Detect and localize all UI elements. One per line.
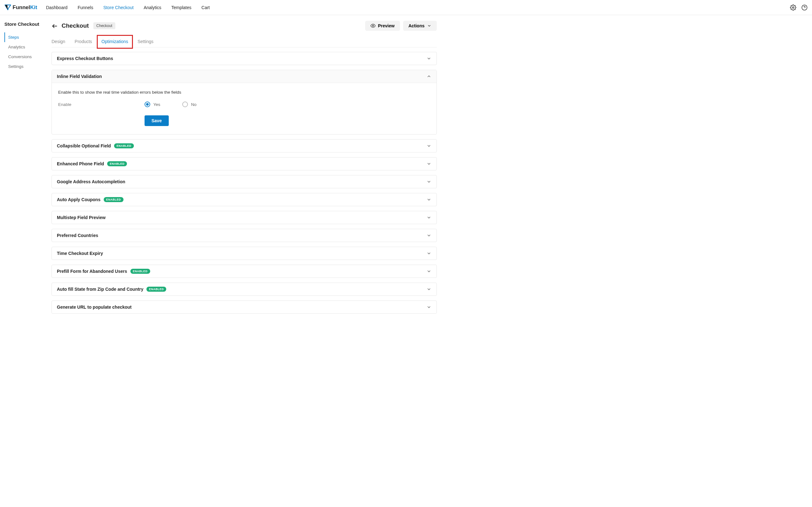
enabled-badge: ENABLED bbox=[130, 269, 150, 274]
accordion-enhanced-phone-field: Enhanced Phone FieldENABLED bbox=[52, 157, 437, 170]
preview-label: Preview bbox=[378, 23, 395, 28]
accordion-title: Inline Field Validation bbox=[57, 74, 102, 79]
accordion-preferred-countries: Preferred Countries bbox=[52, 229, 437, 242]
svg-point-4 bbox=[372, 25, 374, 26]
top-nav: FunnelKit Dashboard Funnels Store Checko… bbox=[0, 0, 812, 15]
enabled-badge: ENABLED bbox=[114, 143, 134, 148]
chevron-down-icon bbox=[427, 23, 431, 28]
tab-settings[interactable]: Settings bbox=[138, 37, 154, 47]
radio-yes-label: Yes bbox=[153, 102, 160, 107]
chevron-down-icon bbox=[426, 143, 431, 148]
topnav-item-funnels[interactable]: Funnels bbox=[78, 5, 93, 10]
accordion-title: Collapsible Optional Field bbox=[57, 143, 111, 148]
accordion-collapsible-optional-field: Collapsible Optional FieldENABLED bbox=[52, 139, 437, 153]
accordion-header[interactable]: Prefill Form for Abandoned UsersENABLED bbox=[52, 265, 436, 278]
accordion-header[interactable]: Preferred Countries bbox=[52, 229, 436, 242]
accordion-prefill-form-for-abandoned-users: Prefill Form for Abandoned UsersENABLED bbox=[52, 265, 437, 278]
accordion-header[interactable]: Multistep Field Preview bbox=[52, 211, 436, 224]
accordion-title: Auto fill State from Zip Code and Countr… bbox=[57, 287, 143, 292]
topnav-item-cart[interactable]: Cart bbox=[201, 5, 209, 10]
topnav-item-store-checkout[interactable]: Store Checkout bbox=[104, 5, 134, 10]
accordion-header[interactable]: Auto Apply CouponsENABLED bbox=[52, 193, 436, 206]
accordion-header[interactable]: Auto fill State from Zip Code and Countr… bbox=[52, 283, 436, 295]
body-description: Enable this to show the real time valida… bbox=[58, 90, 430, 95]
sidebar-item-conversions[interactable]: Conversions bbox=[4, 52, 47, 62]
accordion-time-checkout-expiry: Time Checkout Expiry bbox=[52, 247, 437, 260]
accordions-list: Express Checkout ButtonsInline Field Val… bbox=[52, 52, 437, 314]
chevron-down-icon bbox=[426, 215, 431, 220]
tab-optimizations[interactable]: Optimizations bbox=[98, 37, 131, 47]
page-type-badge: Checkout bbox=[93, 22, 116, 29]
enabled-badge: ENABLED bbox=[107, 161, 127, 166]
sidebar-title: Store Checkout bbox=[4, 21, 47, 27]
accordion-header[interactable]: Google Address Autocompletion bbox=[52, 175, 436, 188]
radio-yes[interactable]: Yes bbox=[144, 102, 160, 107]
accordion-express-checkout-buttons: Express Checkout Buttons bbox=[52, 52, 437, 65]
actions-label: Actions bbox=[409, 23, 425, 28]
radio-dot-icon bbox=[182, 102, 188, 107]
page-title: Checkout bbox=[62, 22, 89, 29]
svg-point-0 bbox=[793, 7, 794, 8]
accordion-body: Enable this to show the real time valida… bbox=[52, 83, 436, 134]
accordion-title: Preferred Countries bbox=[57, 233, 98, 238]
accordion-title: Time Checkout Expiry bbox=[57, 251, 103, 256]
chevron-down-icon bbox=[426, 233, 431, 238]
tab-design[interactable]: Design bbox=[52, 37, 65, 47]
radio-no-label: No bbox=[191, 102, 196, 107]
tab-products[interactable]: Products bbox=[75, 37, 92, 47]
chevron-down-icon bbox=[426, 197, 431, 202]
topnav-item-dashboard[interactable]: Dashboard bbox=[46, 5, 68, 10]
enable-row: EnableYesNo bbox=[58, 102, 430, 107]
accordion-title: Multistep Field Preview bbox=[57, 215, 106, 220]
chevron-down-icon bbox=[426, 251, 431, 256]
accordion-header[interactable]: Enhanced Phone FieldENABLED bbox=[52, 158, 436, 170]
radio-dot-icon bbox=[144, 102, 150, 107]
enable-label: Enable bbox=[58, 102, 144, 107]
tabs: Design Products Optimizations Settings bbox=[52, 37, 437, 48]
chevron-down-icon bbox=[426, 287, 431, 292]
accordion-header[interactable]: Generate URL to populate checkout bbox=[52, 301, 436, 314]
preview-button[interactable]: Preview bbox=[365, 21, 400, 31]
sidebar-item-steps[interactable]: Steps bbox=[4, 33, 47, 42]
sidebar: Store Checkout Steps Analytics Conversio… bbox=[0, 15, 47, 331]
accordion-inline-field-validation: Inline Field ValidationEnable this to sh… bbox=[52, 70, 437, 134]
enabled-badge: ENABLED bbox=[104, 197, 124, 202]
chevron-down-icon bbox=[426, 161, 431, 166]
chevron-down-icon bbox=[426, 269, 431, 274]
brand-logo[interactable]: FunnelKit bbox=[4, 4, 37, 11]
chevron-up-icon bbox=[426, 74, 431, 79]
topnav-items: Dashboard Funnels Store Checkout Analyti… bbox=[46, 5, 209, 10]
accordion-generate-url-to-populate-checkout: Generate URL to populate checkout bbox=[52, 300, 437, 314]
chevron-down-icon bbox=[426, 56, 431, 61]
radio-no[interactable]: No bbox=[182, 102, 196, 107]
accordion-auto-fill-state-from-zip-code-and-country: Auto fill State from Zip Code and Countr… bbox=[52, 283, 437, 296]
sidebar-item-settings[interactable]: Settings bbox=[4, 62, 47, 71]
accordion-header[interactable]: Express Checkout Buttons bbox=[52, 52, 436, 65]
svg-point-1 bbox=[802, 5, 807, 10]
save-button[interactable]: Save bbox=[144, 115, 169, 126]
accordion-title: Auto Apply Coupons bbox=[57, 197, 101, 202]
accordion-header[interactable]: Inline Field Validation bbox=[52, 70, 436, 83]
chevron-down-icon bbox=[426, 179, 431, 184]
accordion-header[interactable]: Collapsible Optional FieldENABLED bbox=[52, 139, 436, 152]
eye-icon bbox=[371, 23, 376, 28]
sidebar-item-analytics[interactable]: Analytics bbox=[4, 42, 47, 52]
accordion-header[interactable]: Time Checkout Expiry bbox=[52, 247, 436, 260]
topnav-item-templates[interactable]: Templates bbox=[171, 5, 191, 10]
accordion-title: Prefill Form for Abandoned Users bbox=[57, 269, 127, 274]
help-icon[interactable] bbox=[801, 4, 808, 11]
accordion-title: Generate URL to populate checkout bbox=[57, 304, 132, 309]
topnav-item-analytics[interactable]: Analytics bbox=[144, 5, 161, 10]
chevron-down-icon bbox=[426, 304, 431, 309]
enabled-badge: ENABLED bbox=[146, 287, 166, 292]
accordion-google-address-autocompletion: Google Address Autocompletion bbox=[52, 175, 437, 188]
brand-name-a: Funnel bbox=[13, 4, 30, 10]
settings-gear-icon[interactable] bbox=[790, 4, 796, 11]
enable-radio-group: YesNo bbox=[144, 102, 196, 107]
back-arrow-icon[interactable] bbox=[52, 23, 57, 29]
actions-dropdown[interactable]: Actions bbox=[403, 21, 437, 31]
logo-mark-icon bbox=[4, 4, 11, 11]
page-header-actions: Preview Actions bbox=[365, 21, 437, 31]
brand-name-b: Kit bbox=[30, 4, 38, 10]
page-header: Checkout Checkout Preview Actions bbox=[52, 21, 437, 31]
